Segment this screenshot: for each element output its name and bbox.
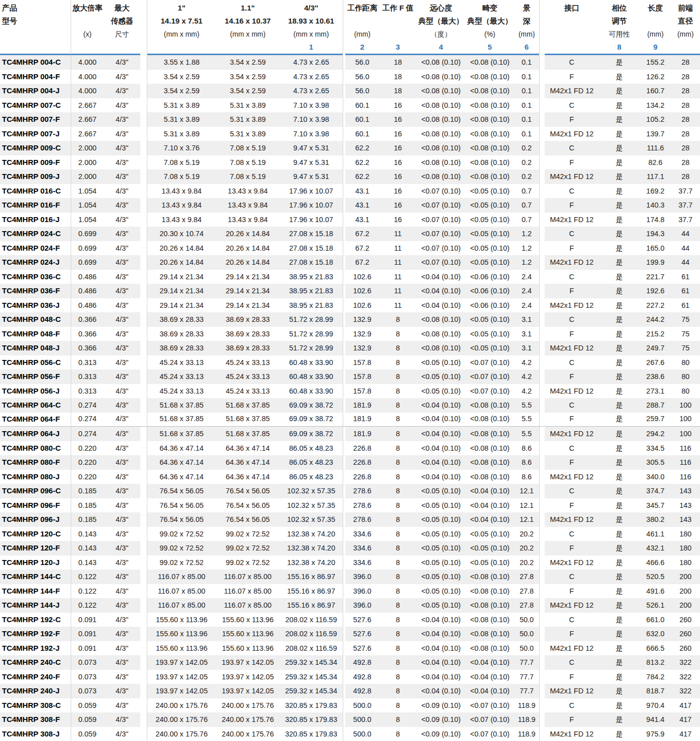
cell-working_distance: 226.8 [345, 470, 379, 484]
cell-telecentricity: <0.04 (0.10) [416, 641, 465, 656]
cell-front_diameter: 61 [671, 298, 700, 313]
cell-fov_4_3in: 51.72 x 28.99 [280, 327, 343, 341]
cell-max_sensor: 4/3" [104, 455, 140, 470]
column-group-divider [140, 155, 147, 170]
cell-magnification: 2.000 [71, 169, 104, 184]
column-header-line: (mm x mm) [216, 28, 280, 41]
column-group-divider [539, 255, 545, 270]
column-group-divider [539, 498, 545, 513]
cell-fov_1_1in: 99.02 x 72.52 [216, 541, 280, 555]
cell-working_f_number: 8 [379, 413, 416, 427]
cell-fov_4_3in: 259.32 x 145.34 [280, 655, 343, 670]
cell-phase_adjustment: 是 [599, 627, 640, 641]
cell-working_f_number: 8 [379, 327, 416, 341]
table-row: TC4MHRP 080-F0.2204/3"64.36 x 47.1464.36… [0, 455, 700, 470]
cell-max_sensor: 4/3" [104, 441, 140, 456]
cell-fov_1_1in: 116.07 x 85.00 [216, 584, 280, 599]
cell-fov_1in: 20.26 x 14.84 [147, 241, 216, 256]
column-group-divider [539, 613, 545, 627]
cell-fov_1in: 45.24 x 33.13 [147, 355, 216, 370]
column-group-divider [539, 541, 545, 555]
column-group-divider [539, 384, 545, 399]
cell-fov_4_3in: 27.08 x 15.18 [280, 227, 343, 241]
cell-telecentricity: <0.05 (0.10) [416, 584, 465, 599]
cell-phase_adjustment: 是 [599, 555, 640, 570]
cell-mount: C [545, 655, 599, 670]
cell-length: 221.7 [640, 270, 671, 284]
column-header-line: 14.16 x 10.37 [216, 15, 280, 28]
cell-front_diameter: 28 [671, 141, 700, 155]
cell-fov_4_3in: 9.47 x 5.31 [280, 155, 343, 170]
cell-working_f_number: 16 [379, 213, 416, 227]
cell-depth_of_field: 0.1 [514, 55, 539, 70]
cell-distortion: <0.08 (0.10) [465, 598, 514, 613]
cell-working_distance: 500.0 [345, 698, 379, 713]
column-group-divider [140, 727, 147, 741]
cell-telecentricity: <0.05 (0.10) [416, 369, 465, 384]
cell-fov_1in: 29.14 x 21.34 [147, 270, 216, 284]
cell-max_sensor: 4/3" [104, 698, 140, 713]
cell-max_sensor: 4/3" [104, 655, 140, 670]
table-row: TC4MHRP 036-F0.4864/3"29.14 x 21.3429.14… [0, 284, 700, 298]
cell-fov_1in: 155.60 x 113.96 [147, 641, 216, 656]
cell-depth_of_field: 12.1 [514, 484, 539, 498]
cell-length: 134.2 [640, 98, 671, 113]
cell-front_diameter: 80 [671, 369, 700, 384]
cell-working_distance: 500.0 [345, 727, 379, 741]
cell-telecentricity: <0.07 (0.10) [416, 241, 465, 256]
column-header-line: 典型（最大） [465, 15, 514, 28]
table-row: TC4MHRP 007-F2.6674/3"5.31 x 3.895.31 x … [0, 112, 700, 127]
cell-depth_of_field: 4.2 [514, 369, 539, 384]
column-group-divider [140, 641, 147, 656]
cell-front_diameter: 260 [671, 613, 700, 627]
column-header-line: (mm) [514, 28, 539, 41]
cell-magnification: 0.059 [71, 712, 104, 727]
cell-distortion: <0.04 (0.10) [465, 670, 514, 684]
column-group-divider [539, 84, 545, 98]
cell-mount: F [545, 70, 599, 84]
table-row: TC4MHRP 024-F0.6994/3"20.26 x 14.8420.26… [0, 241, 700, 256]
cell-phase_adjustment: 是 [599, 570, 640, 584]
cell-fov_1_1in: 20.26 x 14.84 [216, 241, 280, 256]
table-row: TC4MHRP 064-F0.2744/3"51.68 x 37.8551.68… [0, 413, 700, 427]
cell-fov_1in: 193.97 x 142.05 [147, 655, 216, 670]
cell-mount: M42x1 FD 12 [545, 684, 599, 698]
cell-telecentricity: <0.05 (0.10) [416, 527, 465, 541]
cell-depth_of_field: 0.1 [514, 127, 539, 141]
table-row: TC4MHRP 064-J0.2744/3"51.68 x 37.8551.68… [0, 427, 700, 441]
cell-front_diameter: 61 [671, 270, 700, 284]
cell-telecentricity: <0.05 (0.10) [416, 355, 465, 370]
cell-depth_of_field: 0.1 [514, 112, 539, 127]
column-group-divider [140, 198, 147, 213]
column-header-line: 4/3″ [280, 2, 343, 15]
cell-front_diameter: 260 [671, 627, 700, 641]
cell-telecentricity: <0.05 (0.10) [416, 484, 465, 498]
table-row: TC4MHRP 192-F0.0914/3"155.60 x 113.96155… [0, 627, 700, 641]
cell-magnification: 0.073 [71, 655, 104, 670]
cell-depth_of_field: 5.5 [514, 398, 539, 413]
cell-length: 818.7 [640, 684, 671, 698]
cell-working_distance: 278.6 [345, 498, 379, 513]
cell-fov_4_3in: 132.38 x 74.20 [280, 541, 343, 555]
column-group-divider [140, 613, 147, 627]
cell-working_distance: 226.8 [345, 455, 379, 470]
cell-phase_adjustment: 是 [599, 55, 640, 70]
cell-fov_1in: 155.60 x 113.96 [147, 613, 216, 627]
cell-magnification: 0.486 [71, 298, 104, 313]
cell-model: TC4MHRP 004-F [0, 70, 71, 84]
column-footnote-number: 6 [514, 41, 539, 54]
cell-model: TC4MHRP 192-F [0, 627, 71, 641]
cell-fov_1in: 64.36 x 47.14 [147, 455, 216, 470]
cell-distortion: <0.07 (0.10) [465, 384, 514, 399]
cell-telecentricity: <0.09 (0.10) [416, 727, 465, 741]
cell-fov_1_1in: 240.00 x 175.76 [216, 727, 280, 741]
column-header-line: 深 [514, 15, 539, 28]
cell-magnification: 2.000 [71, 141, 104, 155]
cell-magnification: 0.091 [71, 613, 104, 627]
cell-mount: M42x1 FD 12 [545, 127, 599, 141]
cell-fov_1_1in: 5.31 x 3.89 [216, 98, 280, 113]
cell-fov_1_1in: 155.60 x 113.96 [216, 641, 280, 656]
cell-fov_1in: 5.31 x 3.89 [147, 127, 216, 141]
column-group-divider [539, 241, 545, 256]
cell-fov_1_1in: 7.08 x 5.19 [216, 155, 280, 170]
